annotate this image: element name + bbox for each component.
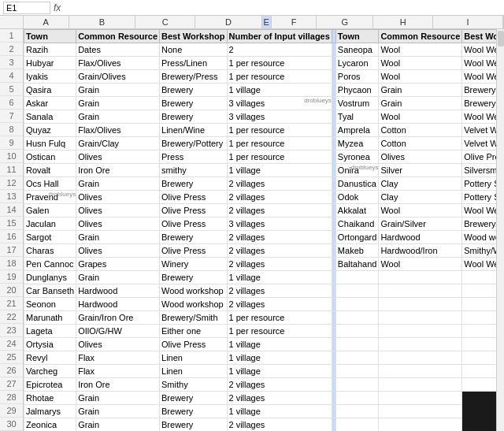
cell-G8[interactable]: Cotton	[379, 124, 462, 137]
cell-A8[interactable]: Quyaz	[24, 124, 76, 137]
cell-C4[interactable]: Brewery/Press	[160, 70, 227, 84]
cell-A10[interactable]: Ostican	[24, 150, 76, 164]
cell-C28[interactable]: Brewery	[160, 392, 227, 405]
cell-A14[interactable]: Galen	[24, 204, 76, 217]
cell-B5[interactable]: Grain	[76, 84, 160, 97]
cell-C23[interactable]: Either one	[160, 325, 227, 338]
cell-B8[interactable]: Flax/Olives	[76, 124, 160, 137]
cell-A25[interactable]: Revyl	[24, 351, 76, 365]
col-header-E[interactable]: E	[262, 16, 272, 28]
cell-C3[interactable]: Press/Linen	[160, 57, 227, 70]
cell-H7[interactable]: Wool Weavery	[462, 110, 496, 124]
cell-H5[interactable]: Brewery	[462, 84, 496, 97]
cell-B12[interactable]: Grain	[76, 177, 160, 191]
cell-F17[interactable]: Makeb	[335, 244, 379, 258]
cell-H3[interactable]: Wool Weavery	[462, 57, 496, 70]
cell-C30[interactable]: Brewery	[160, 418, 227, 432]
cell-D7[interactable]: 3 villages	[227, 110, 332, 124]
cell-B30[interactable]: Grain	[76, 418, 160, 432]
vertical-scrollbar[interactable]	[496, 29, 504, 431]
cell-C17[interactable]: Olive Press	[160, 244, 227, 258]
spreadsheet-grid[interactable]: Town Common Resource Best Workshop Numbe…	[24, 29, 496, 431]
cell-B3[interactable]: Flax/Olives	[76, 57, 160, 70]
cell-D29[interactable]: 1 village	[227, 405, 332, 418]
col-header-F[interactable]: F	[272, 16, 317, 28]
cell-A16[interactable]: Sargot	[24, 231, 76, 244]
cell-H1[interactable]: Best Workshop	[462, 30, 496, 43]
cell-C13[interactable]: Olive Press	[160, 191, 227, 204]
cell-D27[interactable]: 2 villages	[227, 378, 332, 392]
cell-D23[interactable]: 1 per resource	[227, 325, 332, 338]
cell-H12[interactable]: Pottery Shop	[462, 177, 496, 191]
cell-D6[interactable]: 3 villages droblueys	[227, 97, 332, 110]
cell-B14[interactable]: Olives	[76, 204, 160, 217]
col-header-I[interactable]: I	[433, 16, 503, 28]
col-header-D[interactable]: D	[195, 16, 262, 28]
cell-G29[interactable]	[379, 405, 462, 418]
cell-A18[interactable]: Pen Cannoc	[24, 258, 76, 271]
cell-F21[interactable]	[335, 298, 379, 311]
cell-A4[interactable]: Iyakis	[24, 70, 76, 84]
cell-G9[interactable]: Cotton	[379, 137, 462, 150]
cell-C21[interactable]: Wood workshop	[160, 298, 227, 311]
cell-C9[interactable]: Brewery/Pottery	[160, 137, 227, 150]
cell-F4[interactable]: Poros	[335, 70, 379, 84]
cell-B21[interactable]: Hardwood	[76, 298, 160, 311]
cell-D12[interactable]: 2 villages	[227, 177, 332, 191]
cell-A27[interactable]: Epicrotea	[24, 378, 76, 392]
cell-H2[interactable]: Wool Weavery	[462, 43, 496, 57]
cell-F3[interactable]: Lycaron	[335, 57, 379, 70]
cell-G10[interactable]: Olives	[379, 150, 462, 164]
cell-F30[interactable]	[335, 418, 379, 432]
cell-B23[interactable]: OIlO/G/HW	[76, 325, 160, 338]
cell-A9[interactable]: Husn Fulq	[24, 137, 76, 150]
cell-B7[interactable]: Grain	[76, 110, 160, 124]
cell-C24[interactable]: Olive Press	[160, 338, 227, 351]
cell-F26[interactable]	[335, 365, 379, 378]
cell-G27[interactable]	[379, 378, 462, 392]
cell-C19[interactable]: Brewery	[160, 271, 227, 284]
cell-G30[interactable]	[379, 418, 462, 432]
cell-H17[interactable]: Smithy/Wood	[462, 244, 496, 258]
cell-G13[interactable]: Clay	[379, 191, 462, 204]
cell-F15[interactable]: Chaikand	[335, 217, 379, 231]
cell-G3[interactable]: Wool	[379, 57, 462, 70]
cell-G14[interactable]: Wool	[379, 204, 462, 217]
cell-C15[interactable]: Olive Press	[160, 217, 227, 231]
cell-B28[interactable]: Grain	[76, 392, 160, 405]
cell-G19[interactable]	[379, 271, 462, 284]
cell-C8[interactable]: Linen/Wine	[160, 124, 227, 137]
cell-D25[interactable]: 1 village	[227, 351, 332, 365]
cell-H8[interactable]: Velvet Weavery	[462, 124, 496, 137]
cell-H21[interactable]	[462, 298, 496, 311]
cell-G21[interactable]	[379, 298, 462, 311]
cell-F11[interactable]: Onira droblueys	[335, 164, 379, 177]
cell-D17[interactable]: 2 villages	[227, 244, 332, 258]
cell-G26[interactable]	[379, 365, 462, 378]
cell-B20[interactable]: Hardwood	[76, 284, 160, 298]
cell-A28[interactable]: Rhotae	[24, 392, 76, 405]
cell-B16[interactable]: Grain	[76, 231, 160, 244]
cell-F1[interactable]: Town	[335, 30, 379, 43]
cell-A11[interactable]: Rovalt	[24, 164, 76, 177]
cell-H14[interactable]: Wool Weavery	[462, 204, 496, 217]
name-box[interactable]	[3, 2, 50, 14]
cell-D10[interactable]: 1 per resource	[227, 150, 332, 164]
cell-H18[interactable]: Wool Weavery	[462, 258, 496, 271]
cell-D9[interactable]: 1 per resource	[227, 137, 332, 150]
cell-F29[interactable]	[335, 405, 379, 418]
cell-H25[interactable]	[462, 351, 496, 365]
cell-D22[interactable]: 1 per resource	[227, 311, 332, 325]
cell-C25[interactable]: Linen	[160, 351, 227, 365]
cell-B19[interactable]: Grain	[76, 271, 160, 284]
cell-C10[interactable]: Press	[160, 150, 227, 164]
cell-F2[interactable]: Saneopa	[335, 43, 379, 57]
cell-G4[interactable]: Wool	[379, 70, 462, 84]
cell-B22[interactable]: Grain/Iron Ore	[76, 311, 160, 325]
cell-C20[interactable]: Wood workshop	[160, 284, 227, 298]
cell-H20[interactable]	[462, 284, 496, 298]
cell-C5[interactable]: Brewery	[160, 84, 227, 97]
cell-A7[interactable]: Sanala	[24, 110, 76, 124]
cell-C27[interactable]: Smithy	[160, 378, 227, 392]
cell-C14[interactable]: Olive Press	[160, 204, 227, 217]
